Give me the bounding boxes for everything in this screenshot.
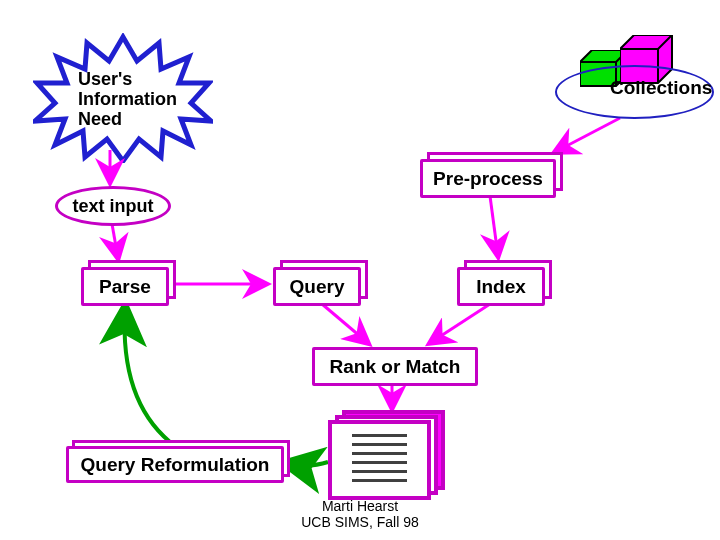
diagram-stage: User's Information Need Collections Pre-… [0, 0, 720, 540]
svg-line-11 [430, 304, 490, 343]
index-node: Index [457, 267, 545, 306]
user-need-node: User's Information Need [33, 33, 213, 153]
query-node: Query [273, 267, 361, 306]
preprocess-node: Pre-process [420, 159, 556, 198]
reformulation-node: Query Reformulation [66, 446, 284, 483]
footer-line1: Marti Hearst [0, 498, 720, 514]
parse-node: Parse [81, 267, 169, 306]
preprocess-label: Pre-process [433, 168, 543, 190]
user-need-label: User's Information Need [78, 69, 177, 129]
svg-line-7 [112, 224, 118, 258]
collections-label: Collections [610, 77, 712, 99]
text-input-label: text input [73, 196, 154, 217]
svg-line-8 [490, 196, 498, 256]
footer-credit: Marti Hearst UCB SIMS, Fall 98 [0, 498, 720, 530]
svg-line-10 [322, 304, 368, 343]
text-input-node: text input [55, 186, 171, 226]
index-label: Index [476, 276, 526, 298]
results-lines-icon [352, 434, 407, 482]
footer-line2: UCB SIMS, Fall 98 [0, 514, 720, 530]
parse-label: Parse [99, 276, 151, 298]
rank-node: Rank or Match [312, 347, 478, 386]
rank-label: Rank or Match [330, 356, 461, 378]
svg-line-6 [555, 118, 620, 152]
query-label: Query [290, 276, 345, 298]
reformulation-label: Query Reformulation [81, 454, 270, 476]
